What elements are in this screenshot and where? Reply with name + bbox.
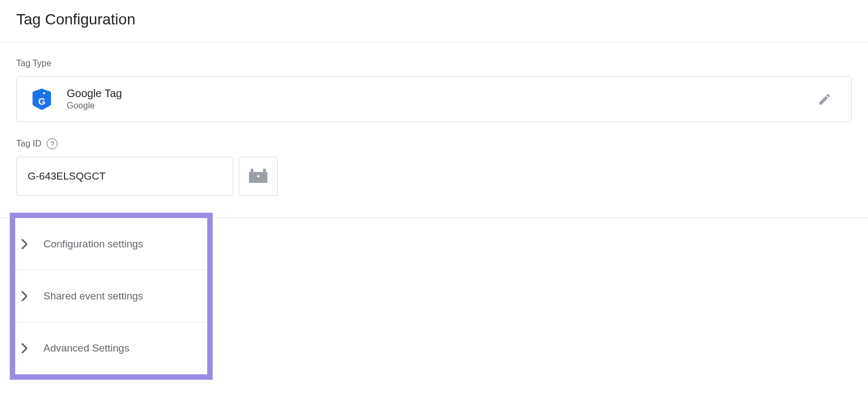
settings-expanders: Configuration settings Shared event sett… (0, 218, 868, 380)
svg-rect-2 (251, 169, 253, 172)
highlight-annotation: Configuration settings Shared event sett… (10, 213, 213, 380)
tag-id-section: Tag ID ? (0, 122, 868, 196)
tag-id-input[interactable] (16, 157, 233, 196)
tag-type-section: Tag Type G Google Tag Google (0, 42, 868, 122)
chevron-right-icon (21, 291, 27, 301)
expander-label: Advanced Settings (43, 342, 129, 354)
advanced-settings-expander[interactable]: Advanced Settings (15, 322, 207, 374)
tag-type-vendor: Google (67, 101, 122, 111)
svg-point-0 (43, 92, 45, 94)
variable-block-icon (249, 169, 267, 184)
svg-rect-6 (258, 175, 259, 177)
insert-variable-button[interactable] (239, 157, 278, 196)
tag-id-label: Tag ID ? (16, 138, 852, 149)
configuration-settings-expander[interactable]: Configuration settings (15, 218, 207, 270)
tag-type-card[interactable]: G Google Tag Google (16, 76, 852, 122)
chevron-right-icon (21, 239, 27, 249)
svg-text:G: G (38, 96, 45, 106)
tag-type-label: Tag Type (16, 59, 852, 68)
edit-tag-type-button[interactable] (813, 88, 836, 111)
expander-label: Shared event settings (43, 290, 143, 302)
expander-label: Configuration settings (43, 238, 143, 250)
tag-type-name: Google Tag (67, 87, 122, 100)
chevron-right-icon (21, 343, 27, 353)
svg-rect-3 (263, 169, 266, 172)
google-tag-icon: G (32, 88, 52, 110)
help-icon[interactable]: ? (47, 138, 58, 149)
panel-header: Tag Configuration (0, 0, 868, 42)
page-title: Tag Configuration (16, 11, 852, 28)
shared-event-settings-expander[interactable]: Shared event settings (15, 270, 207, 322)
pencil-icon (818, 92, 832, 106)
